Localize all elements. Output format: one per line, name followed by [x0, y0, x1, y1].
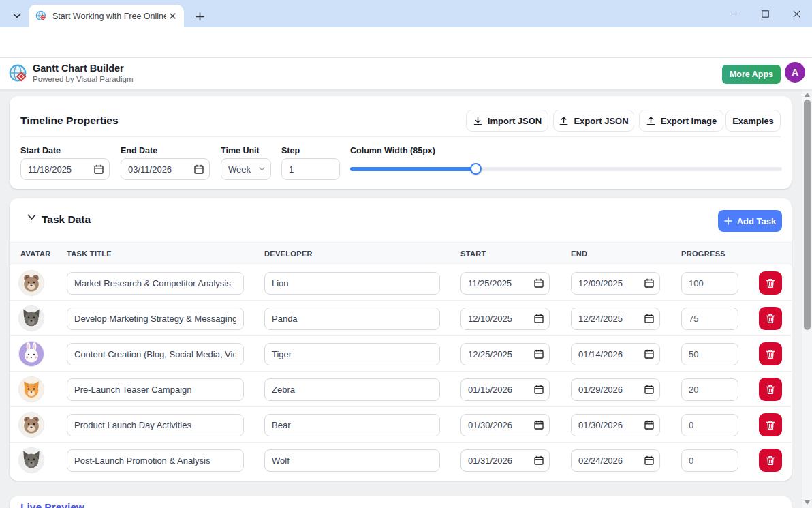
column-header-progress: PROGRESS: [681, 250, 725, 258]
powered-by: Powered by Visual Paradigm: [33, 75, 133, 83]
table-row: [10, 443, 792, 478]
calendar-icon[interactable]: [94, 164, 104, 174]
calendar-icon[interactable]: [644, 349, 654, 359]
column-header-developer: DEVELOPER: [264, 250, 313, 258]
end-date-field: [571, 272, 660, 295]
timeline-properties-title: Timeline Properties: [20, 115, 119, 127]
progress-input[interactable]: [681, 449, 738, 472]
trash-icon: [766, 455, 775, 466]
window-maximize-button[interactable]: [749, 0, 781, 27]
calendar-icon[interactable]: [644, 455, 654, 465]
trash-icon: [766, 385, 775, 395]
developer-input[interactable]: [264, 272, 440, 295]
rabbit-avatar: [18, 341, 44, 367]
developer-input[interactable]: [264, 414, 440, 436]
export-json-button[interactable]: Export JSON: [553, 110, 634, 132]
calendar-icon[interactable]: [534, 349, 544, 359]
page-scrollbar[interactable]: [801, 89, 812, 508]
tab-close-button[interactable]: [166, 10, 178, 23]
calendar-icon[interactable]: [534, 278, 544, 288]
add-task-button[interactable]: Add Task: [718, 210, 782, 232]
app-title: Gantt Chart Builder: [33, 63, 124, 74]
task-data-title: Task Data: [42, 213, 91, 226]
divider: [20, 136, 781, 137]
plus-icon: [724, 217, 732, 225]
calendar-icon[interactable]: [534, 385, 544, 394]
developer-input[interactable]: [264, 449, 440, 472]
start-date-field: [20, 158, 110, 180]
export-image-button[interactable]: Export Image: [639, 110, 723, 132]
tab-search-button[interactable]: [7, 6, 27, 25]
task-title-input[interactable]: [67, 343, 244, 365]
upload-icon: [646, 116, 656, 126]
examples-button[interactable]: Examples: [725, 110, 781, 132]
task-title-input[interactable]: [67, 378, 244, 401]
step-label: Step: [281, 146, 300, 155]
delete-task-button[interactable]: [759, 378, 782, 401]
table-row: [10, 265, 792, 301]
start-date-label: Start Date: [20, 146, 61, 155]
collapse-chevron-icon[interactable]: [27, 214, 36, 220]
developer-input[interactable]: [264, 308, 440, 330]
scroll-down-button[interactable]: [802, 498, 812, 507]
calendar-icon[interactable]: [644, 278, 654, 288]
close-icon: [170, 13, 176, 19]
new-tab-button[interactable]: [191, 8, 208, 25]
step-input[interactable]: [281, 158, 340, 180]
import-json-button[interactable]: Import JSON: [466, 110, 548, 132]
task-title-input[interactable]: [67, 272, 244, 295]
table-row: [10, 407, 792, 443]
task-title-input[interactable]: [67, 308, 244, 330]
start-date-field: [460, 343, 550, 365]
more-apps-button[interactable]: More Apps: [722, 65, 781, 84]
start-date-field: [460, 272, 550, 295]
window-minimize-button[interactable]: [718, 0, 749, 27]
delete-task-button[interactable]: [759, 342, 782, 365]
scroll-up-button[interactable]: [802, 90, 812, 100]
delete-task-button[interactable]: [759, 307, 782, 330]
end-date-field: [571, 308, 660, 330]
browser-tab[interactable]: Start Working with Free Online: [29, 5, 184, 27]
tab-title: Start Working with Free Online: [52, 12, 166, 21]
delete-task-button[interactable]: [759, 413, 782, 436]
table-row: [10, 372, 792, 407]
live-preview-title: Live Preview: [20, 501, 84, 508]
column-header-avatar: AVATAR: [20, 250, 51, 258]
slider-thumb[interactable]: [470, 163, 482, 175]
developer-input[interactable]: [264, 378, 440, 401]
delete-task-button[interactable]: [759, 449, 782, 472]
wolf-avatar: [18, 447, 44, 473]
task-data-card: Task Data Add Task AVATARTASK TITLEDEVEL…: [10, 198, 792, 481]
end-date-field: [571, 449, 660, 472]
task-title-input[interactable]: [67, 449, 244, 472]
calendar-icon[interactable]: [534, 314, 544, 323]
scrollbar-thumb[interactable]: [804, 100, 811, 330]
calendar-icon[interactable]: [194, 164, 204, 174]
calendar-icon[interactable]: [644, 420, 654, 430]
window-close-button[interactable]: [781, 0, 812, 27]
visual-paradigm-link[interactable]: Visual Paradigm: [76, 75, 134, 83]
live-preview-card: Live Preview: [10, 496, 792, 508]
progress-input[interactable]: [681, 343, 738, 365]
progress-input[interactable]: [681, 378, 738, 401]
app-logo: [9, 64, 28, 83]
calendar-icon[interactable]: [534, 420, 544, 430]
timeline-properties-card: Timeline Properties Import JSON Export J…: [10, 96, 792, 189]
upload-icon: [559, 116, 569, 126]
progress-input[interactable]: [681, 308, 738, 330]
column-width-slider[interactable]: [350, 163, 782, 175]
progress-input[interactable]: [681, 272, 738, 295]
table-body: [10, 265, 792, 478]
end-date-field: [571, 414, 660, 436]
calendar-icon[interactable]: [644, 385, 654, 394]
delete-task-button[interactable]: [759, 271, 782, 295]
calendar-icon[interactable]: [534, 455, 544, 465]
developer-input[interactable]: [264, 343, 440, 365]
progress-input[interactable]: [681, 414, 738, 436]
time-unit-select[interactable]: Week: [221, 158, 271, 180]
calendar-icon[interactable]: [644, 314, 654, 323]
triangle-down-icon: [805, 500, 810, 505]
user-avatar[interactable]: A: [785, 62, 805, 83]
task-title-input[interactable]: [67, 414, 244, 436]
column-width-label: Column Width (85px): [350, 146, 435, 155]
